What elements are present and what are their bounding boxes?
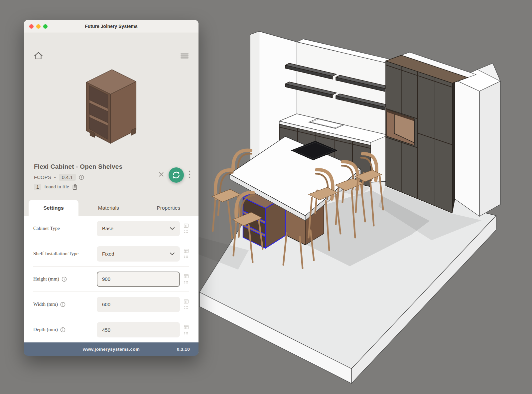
panel-upper: Flexi Cabinet - Open Shelves FCOPS - 0.4… [24,33,199,216]
width-input-field[interactable] [97,297,180,312]
table-grid-icon[interactable] [184,274,189,278]
window-close-button[interactable] [29,24,34,29]
field-row-depth: Depth (mm) [33,317,189,342]
field-row-shelf-installation: Shelf Installation Type Fixed [33,241,189,267]
plugin-window: Future Joinery Systems [24,20,199,355]
window-zoom-button[interactable] [43,24,48,29]
cabinet-type-select[interactable]: Base [97,221,180,236]
height-input-field[interactable] [97,272,180,287]
depth-label: Depth (mm) [33,326,97,333]
found-count-badge: 1 [34,184,41,190]
table-grid-icon[interactable] [184,299,189,303]
footer-bar: www.joinerysystems.com 0.3.10 [24,342,199,356]
settings-form: Cabinet Type Base Shelf Installation Typ… [24,216,199,342]
code-version-separator: - [54,174,56,180]
cabinet-preview-image [80,65,142,148]
chevron-down-icon [170,227,175,230]
copy-icon[interactable] [72,184,77,190]
info-icon[interactable] [60,327,66,332]
wall-pillar [455,63,500,216]
menu-button[interactable] [181,53,189,59]
window-titlebar: Future Joinery Systems [24,20,199,33]
desktop-background: Future Joinery Systems [0,0,532,394]
window-minimize-button[interactable] [36,24,41,29]
footer-url[interactable]: www.joinerysystems.com [83,347,140,352]
field-row-height: Height (mm) [33,267,189,292]
clear-selection-button[interactable] [159,172,164,178]
tab-bar: Settings Materials Properties [24,200,199,216]
sync-button[interactable] [169,167,184,183]
footer-version: 0.3.10 [177,347,190,352]
dots-grid-icon[interactable] [184,331,189,335]
field-row-cabinet-type: Cabinet Type Base [33,216,189,241]
cabinet-preview [24,65,199,148]
chevron-down-icon [170,253,175,255]
shelf-installation-select[interactable]: Fixed [97,246,180,262]
table-grid-icon[interactable] [184,224,189,228]
version-info-icon[interactable] [79,175,84,180]
home-button[interactable] [34,52,43,60]
component-code: FCOPS [34,174,51,180]
shelf-installation-label: Shelf Installation Type [33,251,97,257]
info-icon[interactable] [62,277,67,282]
dots-grid-icon[interactable] [184,230,189,233]
table-grid-icon[interactable] [184,325,189,329]
tab-properties[interactable]: Properties [139,200,199,216]
kebab-menu-button[interactable] [189,170,191,180]
tab-materials[interactable]: Materials [78,200,139,216]
dots-grid-icon[interactable] [184,255,189,259]
traffic-lights [29,20,48,33]
depth-input-field[interactable] [97,322,180,337]
found-label: found in file [44,184,69,190]
dots-grid-icon[interactable] [184,306,189,309]
table-grid-icon[interactable] [184,249,189,253]
dots-grid-icon[interactable] [184,281,189,284]
depth-input[interactable] [102,327,175,333]
width-label: Width (mm) [33,301,97,308]
field-row-width: Width (mm) [33,292,189,317]
component-version-badge: 0.4.1 [59,174,76,181]
tab-settings[interactable]: Settings [29,200,78,216]
info-icon[interactable] [60,302,66,307]
cabinet-type-value: Base [102,226,113,231]
window-title: Future Joinery Systems [85,24,138,29]
cabinet-type-label: Cabinet Type [33,225,97,232]
shelf-installation-value: Fixed [102,251,114,257]
width-input[interactable] [102,301,175,307]
height-label: Height (mm) [33,276,97,283]
height-input[interactable] [102,276,175,282]
